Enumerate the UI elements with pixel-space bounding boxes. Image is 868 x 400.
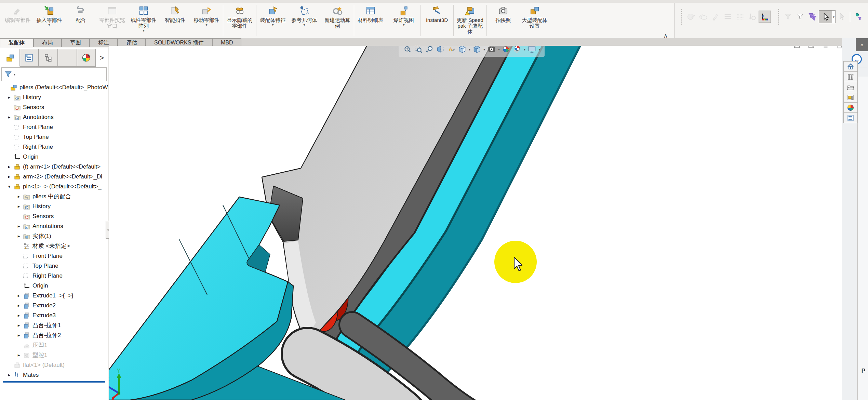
tree-item[interactable]: ▸arm<2> (Default<<Default>_Di — [0, 172, 108, 182]
tree-item[interactable]: ▸AAnnotations — [0, 221, 108, 231]
tree-item[interactable]: ▸Mates — [0, 370, 108, 380]
tree-item[interactable]: Origin — [0, 152, 108, 162]
ribbon-button-smart-fasteners[interactable]: 智能扣件 — [159, 3, 191, 23]
tree-collapsed-arrow-icon[interactable]: ▸ — [15, 303, 23, 308]
ribbon-button-take-snapshot[interactable]: 拍快照 — [488, 3, 519, 23]
tree-item[interactable]: Top Plane — [0, 261, 108, 271]
panel-tab-displaymanager[interactable] — [77, 49, 96, 67]
toolbar-overflow-chevron[interactable]: » — [865, 11, 868, 23]
ribbon-button-insert-component[interactable]: 插入零部件▾ — [34, 3, 65, 26]
ribbon-button-new-motion-study[interactable]: 新建运动算例 — [322, 3, 353, 29]
tree-item[interactable]: Origin — [0, 281, 108, 291]
tree-collapsed-arrow-icon[interactable]: ▸ — [15, 313, 23, 318]
panel-tab-configurationmanager[interactable] — [39, 49, 58, 67]
tree-item[interactable]: ▸型腔1 — [0, 350, 108, 360]
ribbon-button-bill-of-materials[interactable]: 材料明细表 — [355, 3, 386, 23]
tree-item[interactable]: flat<1> (Default) — [0, 360, 108, 370]
tree-item[interactable]: Front Plane — [0, 251, 108, 261]
panel-tab-featuremanager[interactable] — [1, 49, 20, 67]
scale-bar-button[interactable] — [759, 11, 771, 23]
tree-collapsed-arrow-icon[interactable]: ▸ — [15, 194, 23, 199]
tree-collapsed-arrow-icon[interactable]: ▸ — [15, 204, 23, 209]
graphics-viewport[interactable]: Z X Y A▾▾▾▾▾ — [109, 46, 868, 400]
tree-collapsed-arrow-icon[interactable]: ▸ — [5, 164, 13, 169]
tree-item[interactable]: ▾pin<1> -> (Default<<Default>_ — [0, 182, 108, 191]
tree-item[interactable]: ▸Extrude3 — [0, 310, 108, 320]
taskpane-tab-solidworks-resources[interactable] — [843, 61, 858, 72]
select-cursor-button[interactable] — [819, 11, 832, 23]
filter-dropdown-caret[interactable]: ▾ — [14, 72, 15, 76]
panel-tab-propertymanager[interactable] — [20, 49, 39, 67]
tree-collapsed-arrow-icon[interactable]: ▸ — [15, 293, 23, 298]
minimize-doc-button[interactable] — [821, 46, 830, 50]
ribbon-button-large-assembly[interactable]: 大型装配体设置 — [519, 3, 550, 29]
tab-布局[interactable]: 布局 — [34, 38, 62, 47]
tree-collapsed-arrow-icon[interactable]: ▸ — [15, 333, 23, 338]
tree-item[interactable]: ▸(f) arm<1> (Default<<Default> — [0, 162, 108, 172]
feature-tree-filter[interactable]: ▾ — [1, 67, 107, 81]
tree-item[interactable]: Sensors — [0, 211, 108, 221]
taskpane-tab-appearances-scenes[interactable] — [843, 102, 858, 113]
tree-item[interactable]: 压凹1 — [0, 340, 108, 350]
ribbon-button-update-speedpak[interactable]: !更新 Speedpak 子装配体 — [454, 3, 486, 35]
tree-item[interactable]: Sensors — [0, 102, 108, 112]
ribbon-button-move-component[interactable]: 移动零部件▾ — [191, 3, 222, 26]
tree-item[interactable]: Right Plane — [0, 271, 108, 281]
zoom-to-area-button[interactable] — [413, 46, 424, 55]
previous-view-button[interactable] — [424, 46, 435, 55]
tree-collapsed-arrow-icon[interactable]: ▸ — [15, 224, 23, 229]
dropdown-arrow-icon[interactable]: ▾ — [272, 23, 273, 26]
tree-item[interactable]: 材质 <未指定> — [0, 241, 108, 251]
zoom-to-fit-button[interactable] — [402, 46, 413, 55]
panel-tab-dimxpertmanager[interactable] — [58, 49, 77, 67]
section-view-button[interactable] — [435, 46, 446, 55]
tree-item[interactable]: ▸pliers 中的配合 — [0, 191, 108, 201]
dropdown-arrow-icon[interactable]: ▾ — [524, 48, 525, 51]
dropdown-arrow-icon[interactable]: ▾ — [403, 23, 404, 26]
tree-collapsed-arrow-icon[interactable]: ▸ — [15, 352, 23, 358]
taskpane-tab-custom-properties[interactable] — [843, 112, 858, 123]
tree-expanded-arrow-icon[interactable]: ▾ — [5, 184, 13, 189]
ribbon-button-linear-pattern[interactable]: 线性零部件阵列▾ — [128, 3, 159, 32]
edit-appearance-button[interactable] — [501, 46, 512, 55]
task-pane-collapse-button[interactable]: « — [856, 38, 868, 51]
tree-item[interactable]: ▸实体(1) — [0, 231, 108, 241]
dropdown-arrow-icon[interactable]: ▾ — [205, 23, 207, 26]
dropdown-arrow-icon[interactable]: ▾ — [538, 48, 540, 51]
tree-item[interactable]: Top Plane — [0, 132, 108, 142]
tree-collapsed-arrow-icon[interactable]: ▸ — [5, 115, 13, 120]
view-orientation-button[interactable] — [457, 46, 468, 55]
tree-collapsed-arrow-icon[interactable]: ▸ — [5, 372, 13, 377]
ribbon-button-show-hidden[interactable]: 显示隐藏的零部件 — [224, 3, 255, 29]
taskpane-tab-view-palette[interactable] — [843, 92, 858, 103]
taskpane-tab-file-explorer[interactable] — [843, 82, 858, 92]
tree-collapsed-arrow-icon[interactable]: ▸ — [5, 95, 13, 100]
dropdown-arrow-icon[interactable]: ▾ — [833, 15, 834, 19]
tree-item[interactable]: Right Plane — [0, 142, 108, 152]
filter-stack-button[interactable] — [806, 11, 819, 23]
ribbon-button-instant3d[interactable]: Instant3D — [421, 3, 453, 23]
tree-item[interactable]: ▸AAnnotations — [0, 112, 108, 122]
view-settings-button[interactable] — [526, 46, 537, 55]
tree-item[interactable]: pliers (Default<<Default>_PhotoW — [0, 82, 108, 92]
tree-item[interactable]: Front Plane — [0, 122, 108, 132]
tab-草图[interactable]: 草图 — [62, 38, 90, 47]
tree-item[interactable]: ▸History — [0, 92, 108, 102]
rollback-bar[interactable] — [3, 381, 105, 383]
filter-outline-button[interactable] — [794, 11, 806, 23]
ribbon-button-exploded-view[interactable]: 爆炸视图▾ — [388, 3, 419, 26]
dropdown-arrow-icon[interactable]: ▾ — [483, 48, 485, 51]
tree-item[interactable]: ▸Extrude2 — [0, 301, 108, 310]
next-window-button[interactable] — [807, 46, 816, 50]
tree-collapsed-arrow-icon[interactable]: ▸ — [15, 323, 23, 328]
taskpane-tab-design-library[interactable] — [843, 71, 858, 82]
ribbon-button-mate[interactable]: 配合 — [65, 3, 96, 23]
tree-item[interactable]: ▸凸台-拉伸1 — [0, 320, 108, 330]
tree-collapsed-arrow-icon[interactable]: ▸ — [15, 234, 23, 239]
annotation-views-button[interactable]: A — [446, 46, 457, 55]
tree-collapsed-arrow-icon[interactable]: ▸ — [5, 174, 13, 179]
dropdown-arrow-icon[interactable]: ▾ — [143, 29, 144, 32]
filter-single-button[interactable] — [782, 11, 794, 23]
tree-item[interactable]: ▸凸台-拉伸2 — [0, 330, 108, 340]
apply-scene-button[interactable] — [512, 46, 523, 55]
